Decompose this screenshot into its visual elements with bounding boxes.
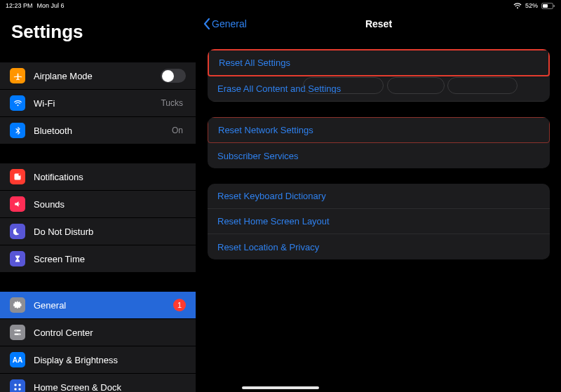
subscriber-services[interactable]: Subscriber Services bbox=[208, 143, 550, 168]
sidebar-item-homescreen[interactable]: Home Screen & Dock bbox=[0, 374, 196, 392]
reset-all-settings[interactable]: Reset All Settings bbox=[208, 49, 550, 76]
svg-rect-12 bbox=[19, 388, 21, 391]
reset-group-3: Reset Keyboard Dictionary Reset Home Scr… bbox=[208, 184, 550, 259]
decorative-pill bbox=[387, 77, 445, 94]
switches-icon bbox=[10, 325, 25, 340]
sidebar-item-notifications[interactable]: Notifications bbox=[0, 163, 196, 191]
decorative-pill bbox=[447, 77, 518, 94]
notifications-icon bbox=[10, 169, 25, 184]
bluetooth-value: On bbox=[172, 126, 183, 135]
sidebar-item-bluetooth[interactable]: Bluetooth On bbox=[0, 117, 196, 144]
notification-badge: 1 bbox=[173, 299, 186, 311]
decorative-pill bbox=[303, 77, 384, 94]
sidebar-item-control-center[interactable]: Control Center bbox=[0, 319, 196, 346]
sidebar-item-wifi[interactable]: Wi-Fi Tucks bbox=[0, 90, 196, 117]
reset-group-2: Reset Network Settings Subscriber Servic… bbox=[208, 117, 550, 168]
sidebar-item-label: Display & Brightness bbox=[34, 355, 186, 365]
airplane-icon bbox=[10, 68, 25, 83]
reset-network-settings[interactable]: Reset Network Settings bbox=[208, 117, 550, 143]
sidebar-group-general: General 1 Control Center AA Display & Br… bbox=[0, 292, 196, 392]
sidebar-item-label: Notifications bbox=[34, 172, 186, 182]
status-time: 12:23 PM bbox=[6, 2, 33, 9]
sidebar-item-label: Airplane Mode bbox=[34, 71, 161, 81]
nav-bar: General Reset bbox=[196, 11, 561, 36]
chevron-left-icon bbox=[203, 18, 210, 29]
hourglass-icon bbox=[10, 251, 25, 266]
battery-percent: 52% bbox=[525, 2, 538, 9]
sidebar-group-alerts: Notifications Sounds Do Not Disturb bbox=[0, 163, 196, 272]
wifi-icon bbox=[513, 3, 522, 9]
home-indicator[interactable] bbox=[242, 386, 319, 389]
wifi-value: Tucks bbox=[161, 98, 183, 108]
sidebar-item-display[interactable]: AA Display & Brightness bbox=[0, 346, 196, 374]
grid-icon bbox=[10, 379, 25, 392]
gear-icon bbox=[10, 297, 25, 313]
sidebar-item-label: Home Screen & Dock bbox=[34, 382, 186, 393]
status-date: Mon Jul 6 bbox=[37, 2, 65, 9]
sidebar-item-label: Wi-Fi bbox=[34, 98, 161, 109]
reset-group-1: Reset All Settings Erase All Content and… bbox=[208, 49, 550, 102]
svg-point-7 bbox=[15, 330, 17, 332]
sidebar-item-label: Do Not Disturb bbox=[34, 227, 186, 237]
sidebar-item-label: Screen Time bbox=[34, 254, 186, 264]
moon-icon bbox=[10, 224, 25, 239]
svg-rect-11 bbox=[15, 388, 17, 391]
svg-rect-9 bbox=[15, 384, 17, 386]
text-size-icon: AA bbox=[10, 352, 25, 367]
svg-rect-2 bbox=[554, 5, 555, 7]
reset-keyboard-dictionary[interactable]: Reset Keyboard Dictionary bbox=[208, 184, 550, 209]
svg-rect-1 bbox=[543, 4, 548, 8]
svg-point-4 bbox=[18, 173, 20, 175]
wifi-icon bbox=[10, 95, 25, 111]
sidebar-item-label: Control Center bbox=[34, 327, 186, 338]
page-title: Settings bbox=[0, 11, 196, 50]
sounds-icon bbox=[10, 196, 25, 212]
detail-pane: General Reset Reset All Settings Erase A… bbox=[196, 11, 561, 392]
svg-rect-10 bbox=[19, 384, 21, 386]
svg-rect-6 bbox=[15, 334, 21, 335]
reset-home-screen-layout[interactable]: Reset Home Screen Layout bbox=[208, 209, 550, 234]
sidebar-item-general[interactable]: General 1 bbox=[0, 292, 196, 319]
sidebar-group-connectivity: Airplane Mode Wi-Fi Tucks Bluetooth On bbox=[0, 62, 196, 144]
bluetooth-icon bbox=[10, 123, 25, 138]
status-bar: 12:23 PM Mon Jul 6 52% bbox=[0, 0, 561, 11]
battery-icon bbox=[541, 3, 555, 9]
sidebar-item-sounds[interactable]: Sounds bbox=[0, 191, 196, 218]
sidebar-item-screentime[interactable]: Screen Time bbox=[0, 245, 196, 272]
back-label: General bbox=[212, 18, 247, 29]
svg-rect-5 bbox=[15, 330, 21, 331]
sidebar-item-label: Bluetooth bbox=[34, 126, 172, 136]
nav-title: Reset bbox=[365, 18, 392, 29]
sidebar-item-dnd[interactable]: Do Not Disturb bbox=[0, 218, 196, 245]
reset-location-privacy[interactable]: Reset Location & Privacy bbox=[208, 234, 550, 259]
sidebar-item-airplane[interactable]: Airplane Mode bbox=[0, 62, 196, 90]
sidebar-item-label: Sounds bbox=[34, 199, 186, 210]
back-button[interactable]: General bbox=[203, 18, 247, 29]
sidebar-item-label: General bbox=[34, 300, 173, 311]
settings-sidebar: Settings Airplane Mode Wi-Fi Tucks bbox=[0, 11, 196, 392]
airplane-toggle[interactable] bbox=[161, 69, 186, 83]
svg-point-8 bbox=[19, 334, 20, 335]
